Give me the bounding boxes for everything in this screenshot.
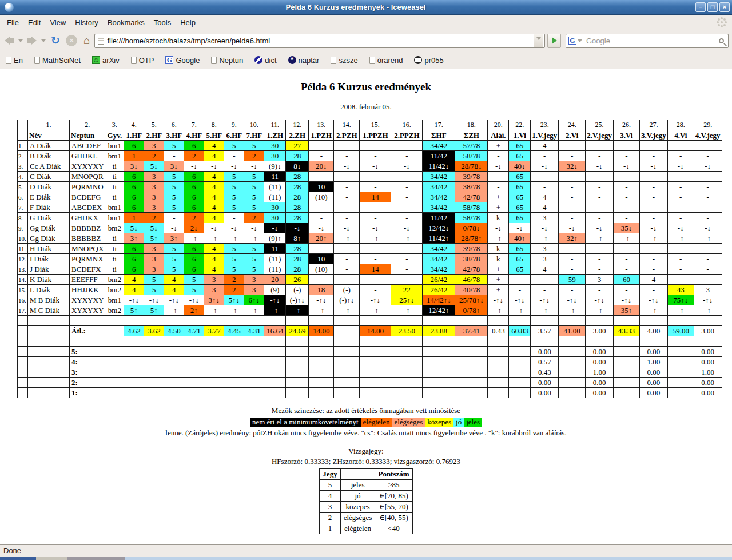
bookmark-google[interactable]: GGoogle xyxy=(165,56,200,65)
table-cell xyxy=(18,347,28,357)
table-cell xyxy=(28,367,70,378)
bookmark-dict[interactable]: dict xyxy=(254,56,276,65)
stop-button[interactable]: × xyxy=(66,35,77,46)
table-cell xyxy=(204,336,224,347)
table-cell: - xyxy=(586,172,614,182)
table-cell: 65 xyxy=(509,254,531,264)
menu-history[interactable]: History xyxy=(70,16,102,29)
table-cell xyxy=(509,316,531,326)
search-bar[interactable]: G Google xyxy=(566,34,729,48)
magnifier-icon[interactable] xyxy=(719,38,724,43)
table-cell: 4. xyxy=(18,172,28,182)
table-cell: -↓ xyxy=(694,223,722,233)
table-cell: 65 xyxy=(509,264,531,275)
table-cell: ti xyxy=(105,182,124,192)
menu-help[interactable]: Help xyxy=(176,16,200,29)
table-cell: - xyxy=(360,202,391,213)
table-cell: 5. xyxy=(144,120,164,130)
table-cell: - xyxy=(334,254,360,264)
bookmark-szsze[interactable]: szsze xyxy=(331,56,357,65)
go-button[interactable] xyxy=(547,34,561,48)
back-dropdown[interactable] xyxy=(18,39,23,45)
table-cell: 23. xyxy=(531,120,559,130)
bookmark-arxiv[interactable]: ☺arXiv xyxy=(92,56,120,65)
table-row: 9.Gg DiákBBBBBZbm25↓5↓-↓2↓-↓-↓-↓-↓-↓-↓-↓… xyxy=(18,223,722,233)
bookmark-naptár[interactable]: *naptár xyxy=(288,56,320,65)
table-cell xyxy=(455,367,488,378)
maximize-button[interactable]: □ xyxy=(707,2,718,12)
home-button[interactable]: ⌂ xyxy=(81,34,92,47)
table-cell: -↑ xyxy=(244,233,264,244)
table-cell xyxy=(184,388,204,398)
table-cell: 2. xyxy=(18,151,28,161)
table-cell: 3 xyxy=(244,275,264,285)
bookmark-otp[interactable]: OTP xyxy=(131,56,154,65)
table-cell: 10 xyxy=(309,182,334,192)
url-bar[interactable]: file:///home/sztoch/balazs/tmp/screen/pe… xyxy=(94,34,545,48)
column-header xyxy=(18,130,28,141)
table-cell: F Diák xyxy=(28,202,70,213)
search-engine-dropdown[interactable] xyxy=(578,39,582,45)
table-cell: - xyxy=(613,151,639,161)
table-cell xyxy=(18,378,28,388)
menu-file[interactable]: File xyxy=(2,16,23,29)
table-cell: 60.83 xyxy=(509,326,531,336)
table-cell: 4 xyxy=(320,491,340,502)
table-cell: - xyxy=(586,141,614,151)
forward-dropdown[interactable] xyxy=(41,39,46,45)
table-cell xyxy=(309,378,334,388)
table-cell: 4 xyxy=(204,151,224,161)
table-cell xyxy=(224,316,244,326)
table-cell: - xyxy=(488,182,509,192)
forward-button[interactable] xyxy=(26,35,38,46)
table-cell: 11/42 xyxy=(423,213,455,223)
menu-bookmarks[interactable]: Bookmarks xyxy=(103,16,149,29)
table-cell xyxy=(586,316,614,326)
menu-tools[interactable]: Tools xyxy=(149,16,176,29)
table-cell: 2 xyxy=(224,285,244,295)
table-cell: 4.45 xyxy=(224,326,244,336)
table-cell: 6 xyxy=(124,141,144,151)
url-history-dropdown[interactable] xyxy=(534,34,543,47)
bookmark-neptun[interactable]: Neptun xyxy=(211,56,243,65)
table-cell: 24. xyxy=(559,120,586,130)
table-cell: ti xyxy=(105,233,124,244)
url-text[interactable]: file:///home/sztoch/balazs/tmp/screen/pe… xyxy=(107,37,534,45)
close-button[interactable]: × xyxy=(719,2,730,12)
bookmark-pr055[interactable]: pr055 xyxy=(414,56,443,65)
bookmark-en[interactable]: En xyxy=(6,56,23,65)
bookmark-órarend[interactable]: órarend xyxy=(369,56,403,65)
menu-view[interactable]: View xyxy=(45,16,70,29)
table-cell xyxy=(509,336,531,347)
table-cell: 34/42 xyxy=(423,254,455,264)
table-cell: - xyxy=(391,192,423,202)
table-cell: -↓ xyxy=(334,223,360,233)
table-cell xyxy=(455,316,488,326)
table-cell xyxy=(264,378,286,388)
table-cell: 26/42 xyxy=(423,275,455,285)
table-cell: 18. xyxy=(455,120,488,130)
table-cell: - xyxy=(559,244,586,254)
back-button[interactable] xyxy=(3,35,15,46)
column-header: 1.Vi xyxy=(509,130,531,141)
table-row: 12.I DiákPQRMNXti6356455(11)2810---34/42… xyxy=(18,254,722,264)
reload-button[interactable]: ↻ xyxy=(49,35,62,46)
table-cell: 5 xyxy=(244,182,264,192)
search-input[interactable]: Google xyxy=(583,37,719,45)
table-cell: 5 xyxy=(224,254,244,264)
table-cell xyxy=(28,326,70,336)
table-cell: - xyxy=(224,151,244,161)
minimize-button[interactable]: – xyxy=(695,2,706,12)
column-header: 2.Vi xyxy=(559,130,586,141)
table-cell: 5↑↓ xyxy=(224,295,244,305)
table-cell xyxy=(184,367,204,378)
menu-edit[interactable]: Edit xyxy=(23,16,45,29)
table-cell xyxy=(105,357,124,367)
table-cell xyxy=(309,336,334,347)
go-icon xyxy=(552,37,557,44)
column-header xyxy=(340,469,375,480)
bookmark-mathscinet[interactable]: MathSciNet xyxy=(34,56,81,65)
table-cell: 3 xyxy=(204,285,224,295)
table-cell xyxy=(264,357,286,367)
table-cell: 5↓ xyxy=(144,161,164,172)
